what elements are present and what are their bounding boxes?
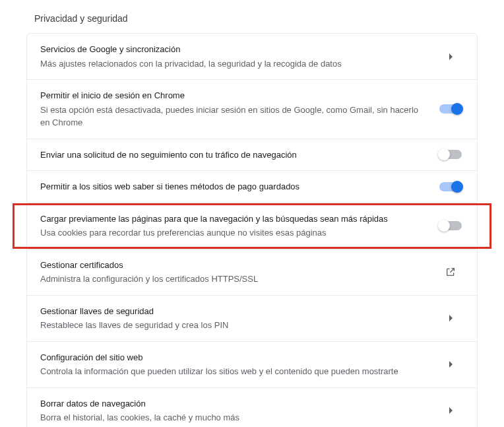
external-link-icon <box>445 267 456 277</box>
row-title: Servicios de Google y sincronización <box>40 43 427 56</box>
row-desc: Si esta opción está desactivada, puedes … <box>40 104 427 129</box>
row-title: Configuración del sitio web <box>40 351 427 364</box>
chevron-right-icon <box>449 407 453 414</box>
row-control <box>437 361 464 368</box>
toggle-do-not-track[interactable] <box>439 150 462 159</box>
row-do-not-track: Enviar una solicitud de no seguimiento c… <box>27 139 477 172</box>
row-desc: Controla la información que pueden utili… <box>40 365 427 378</box>
row-control <box>437 182 464 191</box>
row-desc: Administra la configuración y los certif… <box>40 273 427 286</box>
settings-card: Servicios de Google y sincronización Más… <box>26 33 478 427</box>
row-text: Servicios de Google y sincronización Más… <box>40 43 437 70</box>
row-manage-certificates[interactable]: Gestionar certificados Administra la con… <box>27 249 477 296</box>
row-text: Gestionar llaves de seguridad Restablece… <box>40 305 437 332</box>
section-title: Privacidad y seguridad <box>34 13 478 24</box>
row-desc: Más ajustes relacionados con la privacid… <box>40 57 427 71</box>
row-chrome-signin: Permitir el inicio de sesión en Chrome S… <box>27 80 477 139</box>
chevron-right-icon <box>449 361 453 368</box>
row-control <box>437 407 464 414</box>
row-text: Permitir el inicio de sesión en Chrome S… <box>40 89 437 129</box>
row-title: Permitir a los sitios web saber si tiene… <box>40 180 427 193</box>
row-title: Gestionar certificados <box>40 259 427 272</box>
row-control <box>437 53 464 60</box>
row-text: Gestionar certificados Administra la con… <box>40 259 437 286</box>
row-preload-pages: Cargar previamente las páginas para que … <box>27 203 477 249</box>
row-text: Cargar previamente las páginas para que … <box>40 213 437 240</box>
row-desc: Restablece las llaves de seguridad y cre… <box>40 319 427 332</box>
row-site-settings[interactable]: Configuración del sitio web Controla la … <box>27 342 477 388</box>
row-title: Gestionar llaves de seguridad <box>40 305 427 318</box>
row-control <box>437 104 464 114</box>
row-clear-browsing-data[interactable]: Borrar datos de navegación Borra el hist… <box>27 388 477 428</box>
row-google-services[interactable]: Servicios de Google y sincronización Más… <box>27 34 477 80</box>
row-title: Permitir el inicio de sesión en Chrome <box>40 89 427 102</box>
row-title: Borrar datos de navegación <box>40 397 427 411</box>
row-text: Permitir a los sitios web saber si tiene… <box>40 180 437 193</box>
row-desc: Borra el historial, las cookies, la cach… <box>40 411 427 424</box>
row-text: Borrar datos de navegación Borra el hist… <box>40 397 437 424</box>
toggle-payment-methods[interactable] <box>439 182 462 191</box>
toggle-preload-pages[interactable] <box>439 221 462 230</box>
row-title: Enviar una solicitud de no seguimiento c… <box>40 148 427 162</box>
row-text: Configuración del sitio web Controla la … <box>40 351 437 378</box>
row-control <box>437 267 464 277</box>
row-text: Enviar una solicitud de no seguimiento c… <box>40 148 437 162</box>
row-desc: Usa cookies para recordar tus preferenci… <box>40 226 427 240</box>
row-control <box>437 221 464 230</box>
chevron-right-icon <box>449 53 453 60</box>
row-title: Cargar previamente las páginas para que … <box>40 213 427 226</box>
row-control <box>437 315 464 321</box>
toggle-chrome-signin[interactable] <box>439 104 462 114</box>
row-control <box>437 150 464 159</box>
row-payment-methods: Permitir a los sitios web saber si tiene… <box>27 171 477 203</box>
chevron-right-icon <box>449 315 453 321</box>
row-security-keys[interactable]: Gestionar llaves de seguridad Restablece… <box>27 296 477 342</box>
